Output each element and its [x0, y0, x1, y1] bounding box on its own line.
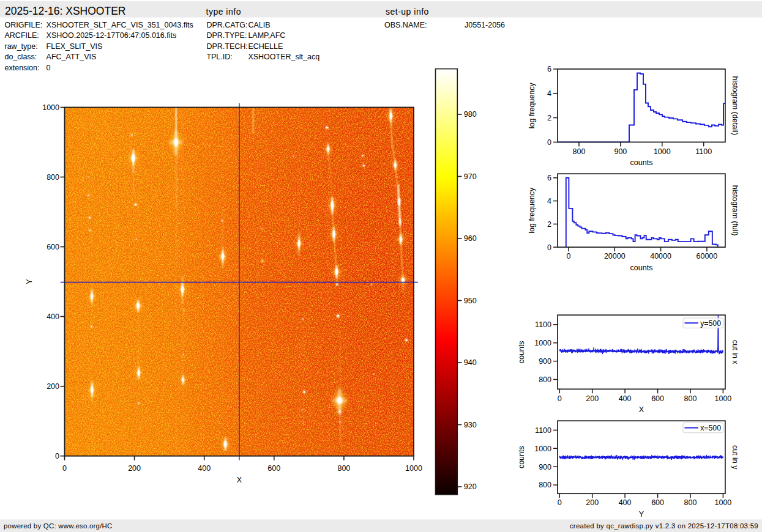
svg-text:600: 600 [651, 498, 664, 507]
svg-text:6: 6 [547, 174, 551, 182]
svg-text:ECHELLE: ECHELLE [248, 42, 283, 51]
svg-text:histogram (detail): histogram (detail) [731, 76, 739, 135]
svg-text:DPR.CATG:: DPR.CATG: [206, 21, 247, 29]
svg-text:1000: 1000 [534, 445, 551, 453]
svg-text:2025-12-16: XSHOOTER: 2025-12-16: XSHOOTER [5, 5, 125, 17]
svg-text:1100: 1100 [695, 147, 712, 156]
svg-text:powered by QC: www.eso.org/HC: powered by QC: www.eso.org/HC [4, 522, 113, 530]
svg-text:0: 0 [47, 64, 51, 72]
svg-text:AFC_ATT_VIS: AFC_ATT_VIS [47, 53, 97, 61]
svg-text:counts: counts [630, 264, 653, 272]
svg-text:200: 200 [47, 382, 59, 391]
svg-text:1000: 1000 [405, 464, 422, 473]
svg-text:2: 2 [547, 220, 551, 229]
svg-text:800: 800 [539, 375, 551, 384]
svg-text:400: 400 [619, 394, 632, 403]
svg-text:0: 0 [547, 243, 551, 252]
svg-text:XSHOOTER_slt_acq: XSHOOTER_slt_acq [248, 53, 319, 61]
svg-text:4: 4 [547, 89, 551, 98]
svg-text:XSHOOTER_SLT_AFC_VIS_351_0043.: XSHOOTER_SLT_AFC_VIS_351_0043.fits [47, 21, 193, 29]
svg-text:counts: counts [630, 158, 653, 167]
svg-text:ARCFILE:: ARCFILE: [5, 31, 39, 40]
svg-text:920: 920 [464, 482, 477, 491]
svg-text:Y: Y [639, 510, 644, 519]
svg-text:200: 200 [586, 498, 599, 507]
svg-text:950: 950 [464, 297, 477, 305]
svg-text:0: 0 [55, 452, 59, 460]
svg-text:counts: counts [517, 446, 526, 468]
svg-text:800: 800 [573, 147, 586, 156]
svg-text:log frequency: log frequency [528, 82, 536, 128]
svg-text:900: 900 [614, 147, 627, 156]
svg-text:0: 0 [567, 252, 571, 260]
svg-text:970: 970 [464, 172, 477, 181]
svg-text:cut in x: cut in x [731, 340, 739, 364]
svg-text:800: 800 [337, 464, 350, 473]
svg-text:900: 900 [539, 463, 551, 471]
svg-text:0: 0 [558, 394, 562, 403]
svg-text:960: 960 [464, 234, 477, 243]
svg-text:created by qc_rawdisp.py v1.2.: created by qc_rawdisp.py v1.2.3 on 2025-… [570, 522, 758, 530]
svg-text:histogram (full): histogram (full) [731, 185, 739, 236]
svg-text:800: 800 [684, 394, 697, 403]
svg-text:600: 600 [267, 464, 280, 473]
svg-text:200: 200 [586, 394, 599, 403]
svg-text:2: 2 [547, 114, 551, 122]
svg-text:600: 600 [47, 243, 59, 251]
svg-text:400: 400 [198, 464, 211, 473]
svg-text:OBS.NAME:: OBS.NAME: [384, 21, 427, 29]
svg-text:4: 4 [547, 197, 551, 205]
svg-text:counts: counts [517, 341, 526, 363]
svg-text:930: 930 [464, 421, 477, 429]
svg-text:cut in y: cut in y [731, 445, 739, 470]
svg-text:600: 600 [651, 394, 664, 403]
svg-text:800: 800 [684, 498, 697, 507]
svg-text:X: X [639, 405, 644, 414]
svg-text:Y: Y [25, 279, 34, 284]
svg-text:type info: type info [206, 7, 241, 17]
svg-text:DPR.TYPE:: DPR.TYPE: [206, 31, 247, 40]
svg-text:20000: 20000 [604, 252, 626, 260]
svg-text:DPR.TECH:: DPR.TECH: [206, 42, 247, 51]
svg-text:y=500: y=500 [700, 319, 721, 328]
svg-text:LAMP,AFC: LAMP,AFC [248, 31, 285, 40]
svg-text:raw_type:: raw_type: [5, 42, 38, 51]
svg-text:X: X [237, 476, 242, 484]
svg-text:extension:: extension: [5, 64, 40, 72]
svg-text:400: 400 [47, 312, 59, 321]
svg-text:TPL.ID:: TPL.ID: [206, 53, 232, 61]
svg-text:1000: 1000 [714, 498, 731, 507]
svg-text:set-up info: set-up info [386, 7, 429, 17]
svg-text:1100: 1100 [535, 426, 551, 435]
svg-text:log frequency: log frequency [528, 187, 536, 234]
svg-text:CALIB: CALIB [248, 21, 270, 29]
svg-text:800: 800 [539, 481, 551, 489]
svg-text:800: 800 [47, 173, 59, 182]
svg-text:1000: 1000 [654, 147, 671, 156]
svg-text:1000: 1000 [534, 339, 551, 347]
svg-text:940: 940 [464, 358, 477, 367]
svg-text:60000: 60000 [697, 252, 718, 260]
svg-text:400: 400 [619, 498, 632, 507]
svg-text:x=500: x=500 [700, 424, 721, 432]
svg-text:200: 200 [128, 464, 141, 473]
svg-text:do_class:: do_class: [5, 53, 37, 61]
svg-text:0: 0 [62, 464, 67, 473]
svg-text:980: 980 [464, 110, 477, 119]
svg-text:XSHOO.2025-12-17T06:47:05.016.: XSHOO.2025-12-17T06:47:05.016.fits [47, 31, 177, 40]
svg-text:FLEX_SLIT_VIS: FLEX_SLIT_VIS [47, 42, 103, 51]
svg-text:900: 900 [539, 357, 551, 366]
svg-text:40000: 40000 [650, 252, 671, 260]
svg-text:ORIGFILE:: ORIGFILE: [5, 21, 43, 29]
svg-text:J0551-2056: J0551-2056 [465, 21, 505, 29]
svg-text:6: 6 [547, 65, 551, 73]
svg-text:0: 0 [558, 498, 562, 507]
svg-text:1000: 1000 [42, 103, 59, 112]
svg-text:1100: 1100 [535, 320, 551, 329]
svg-text:0: 0 [547, 138, 551, 147]
svg-text:1000: 1000 [714, 394, 731, 403]
